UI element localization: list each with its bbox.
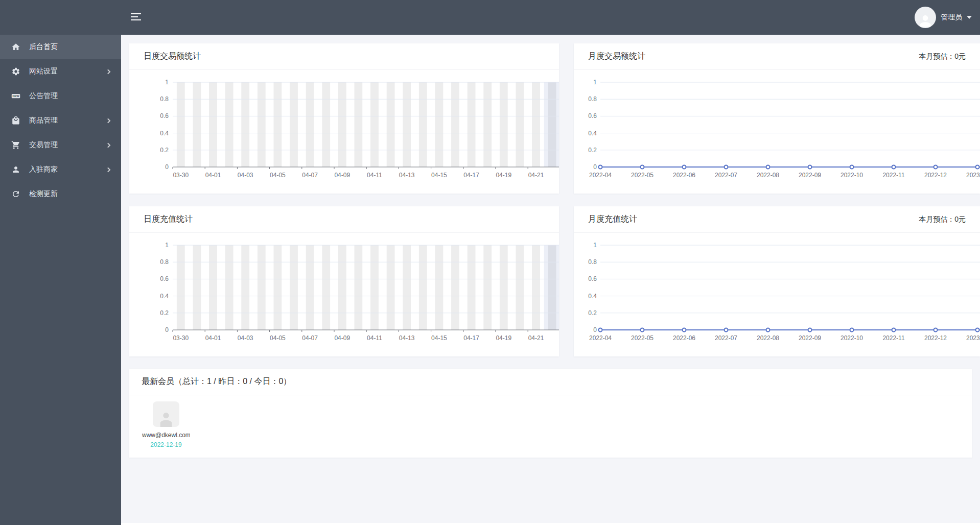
- svg-text:04-13: 04-13: [399, 335, 415, 342]
- svg-text:0.6: 0.6: [588, 275, 597, 282]
- svg-text:04-09: 04-09: [334, 172, 350, 179]
- svg-text:2022-05: 2022-05: [631, 172, 654, 179]
- svg-text:2022-06: 2022-06: [673, 172, 695, 179]
- sidebar-item-label: 交易管理: [29, 140, 58, 150]
- home-icon: [11, 42, 20, 52]
- member-item[interactable]: www@dkewl.com2022-12-19: [142, 401, 191, 448]
- gear-icon: [11, 67, 20, 76]
- horizontal-scrollbar[interactable]: [0, 523, 980, 525]
- sidebar-nav: 后台首页网站设置NEW公告管理商品管理交易管理入驻商家检测更新: [0, 35, 121, 525]
- member-date: 2022-12-19: [150, 441, 181, 448]
- daily-recharge-card: 日度充值统计 00.20.40.60.8103-3004-0104-0304-0…: [129, 206, 559, 356]
- sidebar-item-label: 商品管理: [29, 116, 58, 125]
- svg-text:04-01: 04-01: [205, 335, 221, 342]
- svg-text:0.8: 0.8: [588, 258, 597, 266]
- svg-text:2022-07: 2022-07: [715, 172, 737, 179]
- sidebar-item-merchants[interactable]: 入驻商家: [0, 157, 121, 182]
- sidebar-item-announcements[interactable]: NEW公告管理: [0, 84, 121, 108]
- person-icon: [11, 165, 20, 174]
- svg-text:04-05: 04-05: [270, 335, 286, 342]
- daily-trade-card: 日度交易额统计 00.20.40.60.8103-3004-0104-0304-…: [129, 43, 559, 194]
- svg-text:04-07: 04-07: [302, 335, 318, 342]
- user-name: 管理员: [941, 13, 962, 22]
- svg-text:2022-08: 2022-08: [757, 335, 779, 342]
- svg-text:04-21: 04-21: [528, 172, 544, 179]
- svg-text:1: 1: [593, 79, 597, 86]
- sidebar-item-trades[interactable]: 交易管理: [0, 133, 121, 157]
- svg-text:0: 0: [593, 163, 597, 171]
- svg-text:2022-10: 2022-10: [841, 335, 863, 342]
- svg-text:0.2: 0.2: [588, 147, 597, 154]
- cart-icon: [11, 140, 20, 150]
- svg-text:04-03: 04-03: [238, 335, 253, 342]
- svg-text:04-11: 04-11: [367, 172, 382, 179]
- svg-text:03-30: 03-30: [173, 335, 189, 342]
- sidebar-item-home[interactable]: 后台首页: [0, 35, 121, 59]
- svg-text:NEW: NEW: [12, 94, 19, 98]
- svg-text:04-17: 04-17: [463, 335, 479, 342]
- monthly-recharge-chart: 00.20.40.60.812022-042022-052022-062022-…: [574, 233, 980, 356]
- member-avatar: [153, 401, 179, 427]
- svg-text:2022-06: 2022-06: [673, 335, 695, 342]
- svg-text:0.4: 0.4: [160, 130, 169, 137]
- sidebar-item-products[interactable]: 商品管理: [0, 108, 121, 133]
- svg-text:1: 1: [593, 242, 597, 249]
- svg-text:2022-09: 2022-09: [799, 172, 821, 179]
- svg-text:2022-04: 2022-04: [589, 335, 612, 342]
- refresh-icon: [11, 189, 20, 199]
- svg-text:0.6: 0.6: [588, 112, 597, 120]
- svg-text:0.2: 0.2: [160, 147, 169, 154]
- svg-text:0.2: 0.2: [160, 309, 169, 317]
- bag-icon: [11, 116, 20, 125]
- svg-text:2022-08: 2022-08: [757, 172, 779, 179]
- svg-text:2022-10: 2022-10: [841, 172, 863, 179]
- month-estimate-label: 本月预估：0元: [919, 215, 966, 224]
- svg-text:0.8: 0.8: [588, 96, 597, 103]
- top-header: 管理员: [0, 0, 980, 35]
- latest-members-card: 最新会员（总计：1 / 昨日：0 / 今日：0） www@dkewl.com20…: [129, 369, 972, 458]
- svg-text:0: 0: [165, 163, 169, 171]
- svg-text:04-13: 04-13: [399, 172, 415, 179]
- svg-text:2022-12: 2022-12: [924, 335, 947, 342]
- chevron-right-icon: [106, 69, 111, 74]
- sidebar-item-label: 网站设置: [29, 67, 58, 76]
- sidebar-item-site-settings[interactable]: 网站设置: [0, 59, 121, 84]
- menu-toggle-icon[interactable]: [131, 13, 142, 21]
- svg-text:0.4: 0.4: [160, 293, 169, 300]
- member-email: www@dkewl.com: [142, 432, 190, 439]
- user-menu[interactable]: 管理员: [912, 0, 975, 35]
- card-title: 日度充值统计: [144, 214, 193, 225]
- daily-trade-chart: 00.20.40.60.8103-3004-0104-0304-0504-070…: [129, 70, 559, 193]
- monthly-trade-chart: 00.20.40.60.812022-042022-052022-062022-…: [574, 70, 980, 193]
- card-title: 月度交易额统计: [588, 51, 645, 62]
- svg-text:2023-01: 2023-01: [966, 172, 980, 179]
- svg-text:2022-09: 2022-09: [799, 335, 821, 342]
- sidebar-item-check-update[interactable]: 检测更新: [0, 182, 121, 206]
- monthly-trade-card: 月度交易额统计 本月预估：0元 00.20.40.60.812022-04202…: [574, 43, 980, 194]
- svg-text:04-21: 04-21: [528, 335, 544, 342]
- svg-text:04-07: 04-07: [302, 172, 318, 179]
- svg-text:04-15: 04-15: [431, 335, 447, 342]
- svg-text:04-05: 04-05: [270, 172, 286, 179]
- svg-text:2022-11: 2022-11: [882, 335, 904, 342]
- svg-text:0: 0: [593, 326, 597, 333]
- sidebar-item-label: 入驻商家: [29, 165, 58, 174]
- svg-text:2022-04: 2022-04: [589, 172, 612, 179]
- svg-text:0.4: 0.4: [588, 293, 597, 300]
- daily-recharge-chart: 00.20.40.60.8103-3004-0104-0304-0504-070…: [129, 233, 559, 356]
- svg-text:0.8: 0.8: [160, 96, 169, 103]
- sidebar-item-label: 检测更新: [29, 189, 58, 199]
- svg-text:04-11: 04-11: [367, 335, 382, 342]
- chevron-down-icon: [967, 16, 972, 19]
- svg-text:04-09: 04-09: [334, 335, 350, 342]
- svg-text:2022-11: 2022-11: [882, 172, 904, 179]
- chevron-right-icon: [106, 142, 111, 148]
- svg-text:2022-07: 2022-07: [715, 335, 737, 342]
- svg-text:04-19: 04-19: [496, 172, 511, 179]
- svg-text:0.6: 0.6: [160, 275, 169, 282]
- user-avatar: [915, 7, 936, 28]
- sidebar-item-label: 后台首页: [29, 42, 58, 52]
- month-estimate-label: 本月预估：0元: [919, 52, 966, 61]
- svg-text:04-19: 04-19: [496, 335, 511, 342]
- chevron-right-icon: [106, 167, 111, 172]
